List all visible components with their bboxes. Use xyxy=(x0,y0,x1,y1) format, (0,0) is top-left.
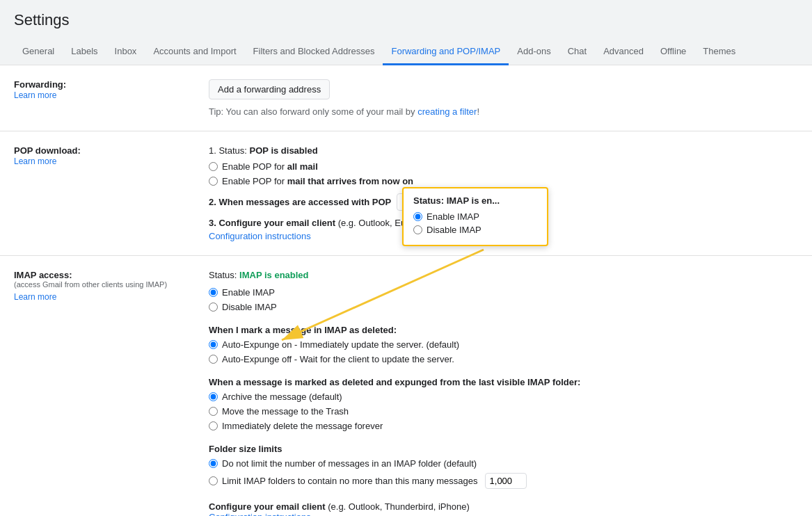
imap-status: Status: IMAP is enabled xyxy=(209,270,798,280)
tab-labels[interactable]: Labels xyxy=(63,39,106,65)
forwarding-title: Forwarding: xyxy=(14,79,209,90)
imap-config-link[interactable]: Configuration instructions xyxy=(209,512,311,516)
imap-sublabel: (access Gmail from other clients using I… xyxy=(14,280,209,289)
tab-general[interactable]: General xyxy=(14,39,63,65)
imap-configure-text: Configure your email client (e.g. Outloo… xyxy=(209,501,798,512)
popup-title: Status: IMAP is en... xyxy=(413,195,537,206)
imap-configure-section: Configure your email client (e.g. Outloo… xyxy=(209,501,798,516)
creating-filter-link[interactable]: creating a filter xyxy=(417,106,477,117)
imap-no-limit-label: Do not limit the number of messages in a… xyxy=(222,458,477,469)
pop-status-value: POP is disabled xyxy=(250,145,318,156)
pop-learn-more[interactable]: Learn more xyxy=(14,156,56,166)
tab-advanced[interactable]: Advanced xyxy=(595,39,652,65)
imap-configure-suffix-text: (e.g. Outlook, Thunderbird, iPhone) xyxy=(328,501,470,512)
forwarding-section: Forwarding: Learn more Add a forwarding … xyxy=(0,65,812,131)
imap-limit-label: Limit IMAP folders to contain no more th… xyxy=(222,476,478,486)
pop-enable-now-option[interactable]: Enable POP for mail that arrives from no… xyxy=(209,176,798,186)
imap-trash-option[interactable]: Move the message to the Trash xyxy=(209,406,798,417)
imap-auto-expunge-on-label: Auto-Expunge on - Immediately update the… xyxy=(222,339,459,350)
imap-auto-expunge-off-option[interactable]: Auto-Expunge off - Wait for the client t… xyxy=(209,354,798,364)
popup-enable-imap-option[interactable]: Enable IMAP xyxy=(413,211,537,222)
imap-section: IMAP access: (access Gmail from other cl… xyxy=(0,256,812,516)
popup-enable-label: Enable IMAP xyxy=(427,211,479,222)
tab-addons[interactable]: Add-ons xyxy=(509,39,559,65)
imap-enable-option[interactable]: Enable IMAP xyxy=(209,287,798,298)
forwarding-tip: Tip: You can also forward only some of y… xyxy=(209,106,798,117)
imap-limit-value-input[interactable] xyxy=(485,473,527,489)
tip-text-end: ! xyxy=(477,106,479,117)
imap-content: Status: IMAP is enabled Enable IMAP Disa… xyxy=(209,270,798,516)
tab-inbox[interactable]: Inbox xyxy=(106,39,145,65)
pop-configure-prefix: 3. Configure your email client xyxy=(209,218,335,228)
tab-filters[interactable]: Filters and Blocked Addresses xyxy=(245,39,383,65)
tabs-nav: General Labels Inbox Accounts and Import… xyxy=(0,39,812,65)
imap-auto-expunge-off-label: Auto-Expunge off - Wait for the client t… xyxy=(222,354,454,364)
imap-when-deleted-title: When I mark a message in IMAP as deleted… xyxy=(209,325,798,335)
imap-disable-label: Disable IMAP xyxy=(222,302,277,312)
page-title: Settings xyxy=(14,11,798,29)
tab-offline[interactable]: Offline xyxy=(652,39,694,65)
pop-status: 1. Status: POP is disabled xyxy=(209,145,798,156)
imap-when-expunged-title: When a message is marked as deleted and … xyxy=(209,377,798,387)
pop-status-prefix: 1. Status: xyxy=(209,145,250,156)
imap-disable-option[interactable]: Disable IMAP xyxy=(209,302,798,312)
pop-label: POP download: Learn more xyxy=(14,145,209,241)
imap-learn-more[interactable]: Learn more xyxy=(14,292,56,302)
pop-when-label: 2. When messages are accessed with POP xyxy=(209,197,391,207)
imap-limit-option[interactable]: Limit IMAP folders to contain no more th… xyxy=(209,473,798,489)
imap-label: IMAP access: (access Gmail from other cl… xyxy=(14,270,209,516)
imap-status-popup: Status: IMAP is en... Enable IMAP Disabl… xyxy=(402,187,548,246)
add-forwarding-address-button[interactable]: Add a forwarding address xyxy=(209,79,330,99)
imap-enable-label: Enable IMAP xyxy=(222,287,275,298)
imap-status-prefix: Status: xyxy=(209,270,239,280)
pop-enable-now-label: Enable POP for mail that arrives from no… xyxy=(222,176,413,186)
imap-archive-label: Archive the message (default) xyxy=(222,392,342,402)
popup-disable-label: Disable IMAP xyxy=(427,225,481,235)
forwarding-label: Forwarding: Learn more xyxy=(14,79,209,117)
imap-delete-label: Immediately delete the message forever xyxy=(222,421,383,431)
imap-title: IMAP access: xyxy=(14,270,209,280)
tip-text-prefix: Tip: You can also forward only some of y… xyxy=(209,106,415,117)
forwarding-content: Add a forwarding address Tip: You can al… xyxy=(209,79,798,117)
pop-enable-all-option[interactable]: Enable POP for all mail xyxy=(209,161,798,172)
tab-chat[interactable]: Chat xyxy=(559,39,595,65)
imap-status-value: IMAP is enabled xyxy=(239,270,308,280)
pop-title: POP download: xyxy=(14,145,209,156)
imap-delete-option[interactable]: Immediately delete the message forever xyxy=(209,421,798,431)
imap-archive-option[interactable]: Archive the message (default) xyxy=(209,392,798,402)
pop-enable-all-label: Enable POP for all mail xyxy=(222,161,318,172)
imap-no-limit-option[interactable]: Do not limit the number of messages in a… xyxy=(209,458,798,469)
imap-when-deleted-section: When I mark a message in IMAP as deleted… xyxy=(209,325,798,364)
imap-configure-prefix: Configure your email client xyxy=(209,501,326,512)
forwarding-learn-more[interactable]: Learn more xyxy=(14,90,56,100)
tab-forwarding[interactable]: Forwarding and POP/IMAP xyxy=(383,39,509,65)
pop-config-link[interactable]: Configuration instructions xyxy=(209,231,311,241)
tab-accounts[interactable]: Accounts and Import xyxy=(145,39,244,65)
imap-trash-label: Move the message to the Trash xyxy=(222,406,349,417)
popup-disable-imap-option[interactable]: Disable IMAP xyxy=(413,225,537,235)
imap-when-expunged-section: When a message is marked as deleted and … xyxy=(209,377,798,431)
imap-folder-size-title: Folder size limits xyxy=(209,444,798,454)
tab-themes[interactable]: Themes xyxy=(694,39,744,65)
imap-auto-expunge-on-option[interactable]: Auto-Expunge on - Immediately update the… xyxy=(209,339,798,350)
settings-content: Status: IMAP is en... Enable IMAP Disabl… xyxy=(0,65,812,516)
imap-folder-size-section: Folder size limits Do not limit the numb… xyxy=(209,444,798,489)
